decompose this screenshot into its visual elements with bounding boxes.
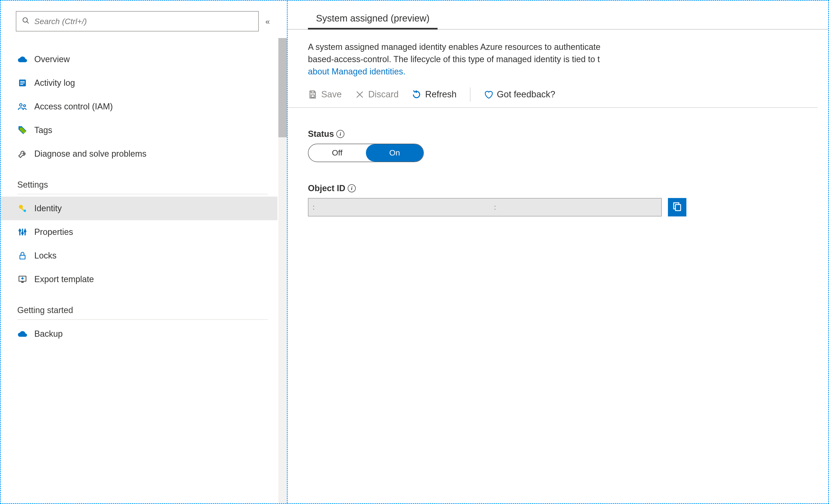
log-icon	[17, 78, 28, 88]
nav-label: Identity	[34, 203, 62, 214]
status-toggle[interactable]: Off On	[308, 144, 424, 162]
discard-button[interactable]: Discard	[355, 89, 399, 100]
svg-rect-3	[20, 81, 25, 82]
desc-line-1: A system assigned managed identity enabl…	[308, 42, 601, 52]
tags-icon	[17, 125, 28, 135]
nav-identity[interactable]: Identity	[1, 197, 278, 220]
nav-label: Activity log	[34, 78, 75, 88]
lock-icon	[17, 250, 28, 261]
search-box[interactable]	[16, 11, 259, 31]
nav-label: Access control (IAM)	[34, 102, 113, 112]
learn-more-link[interactable]: about Managed identities.	[308, 67, 405, 76]
nav-properties[interactable]: Properties	[1, 220, 278, 244]
collapse-sidebar-icon[interactable]: «	[263, 17, 272, 26]
nav-label: Properties	[34, 227, 73, 237]
cloud-icon	[17, 54, 28, 65]
toolbar-separator	[470, 87, 470, 102]
svg-point-0	[23, 18, 28, 22]
svg-line-1	[27, 22, 29, 23]
svg-rect-21	[311, 95, 314, 97]
refresh-button[interactable]: Refresh	[412, 89, 457, 100]
nav-label: Tags	[34, 125, 52, 135]
info-icon[interactable]: i	[348, 184, 356, 192]
info-icon[interactable]: i	[336, 130, 345, 138]
section-rule	[17, 194, 268, 194]
nav-label: Export template	[34, 274, 94, 284]
svg-rect-4	[20, 82, 25, 83]
feedback-label: Got feedback?	[497, 89, 555, 100]
main-pane: System assigned (preview) A system assig…	[287, 1, 828, 503]
nav-label: Locks	[34, 251, 57, 261]
sidebar: « Overview Activity log Acce	[1, 1, 287, 503]
object-id-row	[308, 198, 686, 217]
heart-icon	[484, 90, 493, 99]
status-off-option[interactable]: Off	[309, 144, 366, 162]
nav-label: Overview	[34, 54, 70, 64]
svg-point-10	[24, 209, 26, 212]
sliders-icon	[17, 227, 28, 237]
refresh-label: Refresh	[425, 89, 457, 100]
nav-access-control[interactable]: Access control (IAM)	[1, 95, 278, 118]
cloud-icon	[17, 329, 28, 339]
discard-icon	[355, 90, 364, 99]
status-on-option[interactable]: On	[366, 144, 423, 162]
svg-rect-5	[20, 84, 24, 85]
nav-tags[interactable]: Tags	[1, 118, 278, 142]
svg-point-14	[19, 230, 21, 231]
key-icon	[17, 203, 28, 214]
status-field: Status i Off On	[288, 108, 828, 162]
svg-rect-20	[311, 91, 314, 93]
tab-system-assigned[interactable]: System assigned (preview)	[308, 9, 438, 30]
nav-overview[interactable]: Overview	[1, 47, 278, 71]
svg-rect-17	[20, 255, 25, 259]
svg-point-6	[20, 104, 22, 106]
wrench-icon	[17, 149, 28, 159]
nav-export-template[interactable]: Export template	[1, 268, 278, 291]
tab-row: System assigned (preview)	[288, 9, 828, 30]
nav-scroll-area: Overview Activity log Access control (IA…	[1, 38, 287, 503]
nav-backup[interactable]: Backup	[1, 322, 278, 346]
nav-label: Backup	[34, 329, 63, 339]
search-input[interactable]	[34, 17, 253, 26]
save-button[interactable]: Save	[308, 89, 342, 100]
nav-activity-log[interactable]: Activity log	[1, 71, 278, 95]
identity-description: A system assigned managed identity enabl…	[288, 30, 808, 78]
scrollbar-thumb[interactable]	[278, 38, 287, 137]
copy-icon	[672, 201, 682, 213]
svg-point-15	[22, 233, 23, 234]
feedback-button[interactable]: Got feedback?	[484, 89, 555, 100]
toolbar: Save Discard Refresh Got feedback?	[288, 78, 818, 108]
iam-icon	[17, 101, 28, 112]
section-header-settings: Settings	[1, 166, 278, 194]
status-label-row: Status i	[308, 129, 828, 139]
search-icon	[22, 17, 30, 26]
svg-point-16	[24, 231, 26, 232]
export-icon	[17, 274, 28, 284]
nav-locks[interactable]: Locks	[1, 244, 278, 268]
save-icon	[308, 90, 317, 99]
search-row: «	[1, 1, 287, 38]
svg-point-7	[24, 105, 26, 107]
section-rule	[17, 319, 268, 320]
svg-rect-19	[21, 282, 24, 283]
discard-label: Discard	[368, 89, 399, 100]
refresh-icon	[412, 90, 421, 99]
object-id-field: Object ID i	[288, 162, 828, 217]
save-label: Save	[321, 89, 342, 100]
nav: Overview Activity log Access control (IA…	[1, 38, 278, 346]
status-label: Status	[308, 129, 334, 139]
nav-label: Diagnose and solve problems	[34, 149, 146, 159]
object-id-label-row: Object ID i	[308, 183, 828, 193]
svg-rect-24	[676, 205, 681, 211]
section-header-getting-started: Getting started	[1, 291, 278, 319]
object-id-input[interactable]	[308, 198, 662, 217]
nav-diagnose[interactable]: Diagnose and solve problems	[1, 142, 278, 166]
desc-line-2: based-access-control. The lifecycle of t…	[308, 54, 600, 64]
object-id-label: Object ID	[308, 183, 345, 193]
copy-button[interactable]	[668, 198, 686, 217]
